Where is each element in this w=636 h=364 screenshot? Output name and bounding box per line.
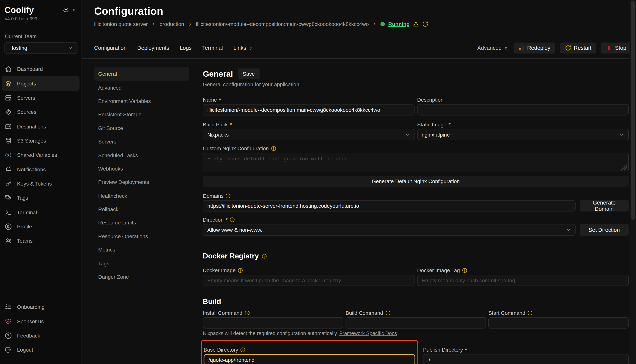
- domains-input[interactable]: [203, 200, 575, 212]
- build-pack-label: Build Pack*: [203, 121, 414, 128]
- sidebar-item-onboarding[interactable]: Onboarding: [2, 300, 80, 314]
- subnav-environment-variables[interactable]: Environment Variables: [94, 94, 189, 108]
- heart-hands-icon: [5, 318, 12, 325]
- team-selector-value: Hosting: [10, 45, 27, 51]
- coolify-logo[interactable]: Coolify: [5, 5, 34, 15]
- sidebar-item-sources[interactable]: Sources: [2, 105, 80, 119]
- breadcrumb-environment[interactable]: production: [159, 21, 184, 27]
- subnav-persistent-storage[interactable]: Persistent Storage: [94, 108, 189, 121]
- docker-image-input[interactable]: [203, 274, 414, 286]
- sidebar-item-terminal[interactable]: Terminal: [2, 205, 80, 220]
- map-icon: [5, 123, 12, 130]
- set-direction-button[interactable]: Set Direction: [580, 224, 629, 236]
- divider: [82, 58, 629, 58]
- subnav-general[interactable]: General: [94, 67, 189, 81]
- subnav-resource-limits[interactable]: Resource Limits: [94, 216, 189, 230]
- help-circle-icon: [5, 332, 12, 339]
- start-command-input[interactable]: [488, 317, 629, 328]
- chevrons-up-down-icon[interactable]: [72, 8, 77, 12]
- nginx-config-label: Custom Nginx Configuration: [203, 145, 629, 152]
- base-directory-label: Base Directory: [204, 346, 415, 353]
- status-link[interactable]: Running: [388, 21, 410, 27]
- framework-docs-link[interactable]: Framework Specific Docs: [339, 330, 397, 336]
- redeploy-icon: [518, 45, 524, 51]
- tab-links[interactable]: Links: [233, 45, 253, 51]
- subnav-webhooks[interactable]: Webhooks: [94, 162, 189, 176]
- publish-directory-input[interactable]: [423, 354, 629, 364]
- redeploy-button[interactable]: Redeploy: [513, 42, 555, 53]
- description-input[interactable]: [417, 104, 629, 115]
- resize-grip-icon[interactable]: [620, 164, 627, 171]
- subnav-rollback[interactable]: Rollback: [94, 202, 189, 216]
- stop-button[interactable]: Stop: [601, 42, 631, 53]
- build-pack-select[interactable]: Nixpacks: [203, 129, 414, 140]
- direction-select[interactable]: Allow www & non-www.: [203, 224, 575, 236]
- docker-image-tag-input[interactable]: [417, 274, 629, 286]
- sidebar-footer-nav: Onboarding Sponsor us Feedback Logout: [2, 300, 80, 357]
- description-label: Description: [417, 96, 629, 103]
- tab-deployments[interactable]: Deployments: [137, 45, 169, 51]
- sidebar-item-keys-tokens[interactable]: Keys & Tokens: [2, 176, 80, 191]
- section-title-docker-registry: Docker Registry: [203, 252, 259, 260]
- sidebar-item-dashboard[interactable]: Dashboard: [2, 62, 80, 76]
- static-image-select[interactable]: nginx:alpine: [417, 129, 629, 140]
- subnav-scheduled-tasks[interactable]: Scheduled Tasks: [94, 148, 189, 162]
- subnav-preview-deployments[interactable]: Preview Deployments: [94, 176, 189, 189]
- info-icon: [230, 217, 235, 222]
- variable-icon: (x): [5, 152, 12, 158]
- base-directory-input[interactable]: [204, 354, 415, 364]
- restart-button[interactable]: Restart: [560, 42, 596, 53]
- build-command-input[interactable]: [346, 317, 486, 328]
- generate-domain-button[interactable]: Generate Domain: [580, 200, 629, 212]
- bell-icon: [5, 166, 12, 173]
- sidebar-item-shared-variables[interactable]: (x) Shared Variables: [2, 148, 80, 162]
- tab-configuration[interactable]: Configuration: [94, 45, 127, 51]
- team-selector[interactable]: Hosting: [4, 42, 78, 54]
- save-button[interactable]: Save: [238, 68, 260, 79]
- sidebar-item-s3-storages[interactable]: S3 Storages: [2, 134, 80, 148]
- sidebar-nav: Dashboard Projects Servers Sources Desti…: [2, 62, 80, 248]
- name-input[interactable]: [203, 104, 414, 115]
- subnav-danger-zone[interactable]: Danger Zone: [94, 270, 189, 284]
- git-diamond-icon: [5, 108, 12, 116]
- subnav-servers[interactable]: Servers: [94, 135, 189, 148]
- breadcrumb-application[interactable]: illicitestonion/-module--decomposition:m…: [196, 21, 369, 27]
- scrollbar[interactable]: [629, 0, 636, 364]
- tab-logs[interactable]: Logs: [180, 45, 192, 51]
- sidebar-item-profile[interactable]: Profile: [2, 220, 80, 234]
- subnav-advanced[interactable]: Advanced: [94, 81, 189, 94]
- chevron-down-icon: [404, 132, 410, 137]
- sidebar-item-notifications[interactable]: Notifications: [2, 162, 80, 176]
- build-command-label: Build Command: [346, 310, 486, 316]
- direction-label: Direction*: [203, 216, 629, 223]
- advanced-dropdown[interactable]: Advanced: [477, 45, 509, 51]
- sidebar-item-destinations[interactable]: Destinations: [2, 119, 80, 134]
- scrollbar-thumb[interactable]: [631, 1, 635, 220]
- refresh-icon[interactable]: [422, 21, 428, 27]
- sun-theme-icon[interactable]: [63, 7, 69, 13]
- svg-text:(x): (x): [5, 153, 12, 158]
- subnav-metrics[interactable]: Metrics: [94, 243, 189, 256]
- page-title: Configuration: [94, 5, 636, 18]
- subnav-resource-operations[interactable]: Resource Operations: [94, 230, 189, 243]
- nginx-config-textarea[interactable]: [203, 153, 629, 171]
- sidebar-item-sponsor-us[interactable]: Sponsor us: [2, 314, 80, 328]
- subnav-git-source[interactable]: Git Source: [94, 121, 189, 135]
- sidebar-item-servers[interactable]: Servers: [2, 90, 80, 105]
- sidebar-item-projects[interactable]: Projects: [2, 76, 80, 90]
- install-command-input[interactable]: [203, 317, 343, 328]
- sidebar-item-tags[interactable]: Tags: [2, 191, 80, 205]
- sidebar-item-teams[interactable]: Teams: [2, 234, 80, 248]
- tab-terminal[interactable]: Terminal: [202, 45, 223, 51]
- sidebar-item-logout[interactable]: Logout: [2, 343, 80, 357]
- info-icon: [271, 146, 276, 151]
- chevrons-up-down-icon: [504, 46, 509, 50]
- generate-nginx-button[interactable]: Generate Default Nginx Configuration: [203, 176, 629, 187]
- breadcrumb-project[interactable]: illicitonion quote server: [94, 21, 148, 27]
- sidebar-item-feedback[interactable]: Feedback: [2, 328, 80, 343]
- subnav-healthcheck[interactable]: Healthcheck: [94, 189, 189, 202]
- user-circle-icon: [5, 223, 12, 230]
- layers-icon: [5, 80, 12, 87]
- subnav-tags[interactable]: Tags: [94, 256, 189, 270]
- chevron-right-icon: [187, 22, 192, 27]
